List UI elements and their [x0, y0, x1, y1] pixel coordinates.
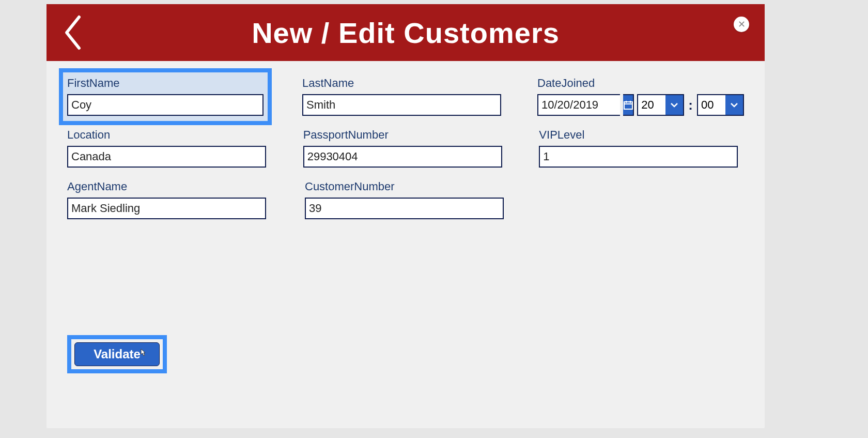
validate-label: Validate	[94, 347, 141, 361]
header-bar: New / Edit Customers	[47, 4, 765, 61]
input-date[interactable]	[537, 94, 620, 116]
input-viplevel[interactable]	[539, 146, 738, 168]
input-customernumber[interactable]	[305, 198, 504, 219]
label-viplevel: VIPLevel	[539, 128, 744, 142]
input-location[interactable]	[67, 146, 266, 168]
label-datejoined: DateJoined	[537, 77, 744, 90]
select-hour[interactable]: 20	[637, 94, 684, 116]
field-passport: PassportNumber	[303, 128, 508, 168]
field-viplevel: VIPLevel	[539, 128, 744, 168]
input-agentname[interactable]	[67, 198, 266, 219]
field-lastname: LastName	[302, 77, 506, 116]
label-lastname: LastName	[302, 77, 506, 90]
field-location: Location	[67, 128, 272, 168]
label-customernumber: CustomerNumber	[305, 180, 512, 193]
highlight-firstname: FirstName	[59, 68, 272, 125]
svg-rect-0	[624, 102, 632, 109]
select-minute[interactable]: 00	[697, 94, 744, 116]
label-firstname: FirstName	[67, 77, 264, 90]
label-location: Location	[67, 128, 272, 142]
calendar-icon[interactable]	[623, 94, 634, 116]
input-lastname[interactable]	[302, 94, 501, 116]
form-area: FirstName LastName DateJoined 20	[47, 61, 765, 247]
label-agentname: AgentName	[67, 180, 274, 193]
input-passport[interactable]	[303, 146, 502, 168]
time-colon: :	[687, 97, 694, 113]
input-firstname[interactable]	[67, 94, 264, 116]
chevron-down-icon[interactable]	[725, 94, 744, 116]
field-firstname: FirstName	[67, 77, 271, 116]
field-customernumber: CustomerNumber	[305, 180, 512, 219]
page-title: New / Edit Customers	[252, 16, 560, 50]
close-icon[interactable]: ✕	[734, 17, 749, 32]
cursor-icon	[138, 348, 147, 361]
label-passport: PassportNumber	[303, 128, 508, 142]
customer-form-panel: New / Edit Customers ✕ FirstName LastNam…	[47, 4, 765, 428]
back-icon[interactable]	[62, 14, 84, 53]
highlight-validate: Validate	[67, 335, 167, 373]
field-datejoined: DateJoined 20 : 00	[537, 77, 744, 116]
field-agentname: AgentName	[67, 180, 274, 219]
value-minute: 00	[697, 94, 725, 116]
chevron-down-icon[interactable]	[665, 94, 684, 116]
validate-button[interactable]: Validate	[74, 342, 160, 366]
value-hour: 20	[637, 94, 665, 116]
